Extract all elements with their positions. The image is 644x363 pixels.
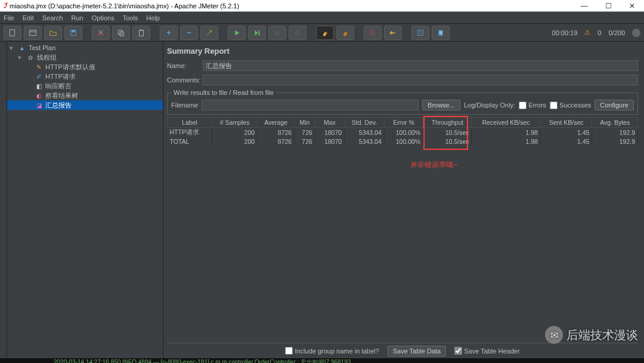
svg-point-16 — [370, 30, 374, 34]
col-header[interactable]: Throughput — [423, 118, 472, 128]
filename-label: Filename — [171, 101, 198, 109]
col-header[interactable]: Sent KB/sec — [540, 118, 592, 128]
cog-icon: ✿ — [26, 53, 35, 61]
menu-options[interactable]: Options — [92, 14, 114, 21]
logdisplay-label: Log/Display Only: — [464, 101, 515, 109]
titlebar: ℐ miaosha.jmx (D:\apache-jmeter-5.2.1\bi… — [0, 0, 644, 12]
minimize-button[interactable]: — — [572, 0, 596, 12]
new-button[interactable] — [4, 26, 21, 40]
col-header[interactable]: Received KB/sec — [472, 118, 540, 128]
test-plan-tree[interactable]: ▾▲Test Plan ▾✿线程组 ✎HTTP请求默认值 ✐HTTP请求 ◧响应… — [7, 42, 163, 358]
comments-input[interactable] — [203, 75, 638, 85]
toolbar: + − ? 00:00:19 ⚠ 0 0/200 — [0, 24, 644, 42]
tree-summary-report[interactable]: ◪汇总报告 — [7, 100, 163, 110]
clear-button[interactable] — [316, 26, 334, 40]
function-helper-button[interactable] — [411, 26, 429, 40]
clear-all-button[interactable] — [336, 26, 354, 40]
menu-search[interactable]: Search — [42, 14, 63, 21]
col-header[interactable]: # Samples — [212, 118, 258, 128]
console-output: 2020-03-14 14:27:16.850 INFO 4884 --- [o… — [0, 358, 644, 363]
maximize-button[interactable]: ☐ — [596, 0, 620, 12]
menu-help[interactable]: Help — [146, 14, 160, 21]
app-icon: ℐ — [4, 2, 7, 10]
include-group-checkbox[interactable]: Include group name in label? — [285, 347, 379, 355]
expand-button[interactable]: + — [160, 26, 178, 40]
menubar: File Edit Search Run Options Tools Help — [0, 12, 644, 24]
col-header[interactable]: Label — [168, 118, 212, 128]
paste-button[interactable] — [132, 26, 150, 40]
svg-line-17 — [374, 33, 376, 36]
stop-button[interactable] — [268, 26, 286, 40]
table-row[interactable]: HTTP请求2008726726180705343.04100.00%10.5/… — [168, 128, 638, 138]
col-header[interactable]: Average — [258, 118, 295, 128]
configure-button[interactable]: Configure — [595, 100, 634, 110]
reset-search-button[interactable] — [384, 26, 402, 40]
name-input[interactable] — [203, 60, 638, 71]
save-table-data-button[interactable]: Save Table Data — [388, 346, 447, 356]
open-button[interactable] — [44, 26, 62, 40]
cut-button[interactable] — [92, 26, 110, 40]
menu-edit[interactable]: Edit — [23, 14, 34, 21]
collapse-button[interactable]: − — [180, 26, 198, 40]
fieldset-legend: Write results to file / Read from file — [171, 89, 276, 96]
table-row[interactable]: TOTAL2008726726180705343.04100.00%10.5/s… — [168, 137, 638, 146]
templates-button[interactable] — [24, 26, 42, 40]
watermark: ✉ 后端技术漫谈 — [545, 326, 638, 344]
svg-rect-0 — [10, 29, 15, 36]
tree-test-plan[interactable]: ▾▲Test Plan — [7, 43, 163, 53]
wrench-icon: ✎ — [35, 63, 43, 71]
warning-count: 0 — [597, 29, 601, 36]
warning-icon[interactable]: ⚠ — [584, 29, 590, 36]
search-button[interactable] — [364, 26, 382, 40]
tree-http-request[interactable]: ✐HTTP请求 — [7, 72, 163, 81]
menu-file[interactable]: File — [4, 14, 14, 21]
pipette-icon: ✐ — [35, 72, 43, 81]
start-no-pause-button[interactable] — [248, 26, 266, 40]
col-header[interactable]: Avg. Bytes — [592, 118, 638, 128]
col-header[interactable]: Max — [315, 118, 345, 128]
tree-http-defaults[interactable]: ✎HTTP请求默认值 — [7, 62, 163, 72]
thread-count: 0/200 — [608, 29, 625, 36]
toggle-button[interactable] — [200, 26, 218, 40]
svg-rect-4 — [72, 30, 75, 32]
panel-title: Summary Report — [167, 47, 638, 56]
comments-label: Comments: — [167, 76, 203, 84]
svg-point-14 — [275, 30, 280, 35]
menu-tools[interactable]: Tools — [123, 14, 138, 21]
report-icon: ◪ — [35, 101, 43, 109]
tree-response-assert[interactable]: ◧响应断言 — [7, 81, 163, 91]
chart-icon: ◐ — [35, 91, 43, 100]
assert-icon: ◧ — [35, 82, 43, 90]
status-icon — [632, 29, 640, 37]
col-header[interactable]: Min — [295, 118, 315, 128]
svg-rect-18 — [418, 30, 423, 35]
col-header[interactable]: Error % — [384, 118, 423, 128]
errors-checkbox[interactable]: Errors — [519, 101, 546, 109]
name-label: Name: — [167, 62, 203, 69]
elapsed-time: 00:00:19 — [552, 29, 578, 36]
copy-button[interactable] — [112, 26, 130, 40]
successes-checkbox[interactable]: Successes — [550, 101, 591, 109]
close-button[interactable]: ✕ — [620, 0, 644, 12]
filename-input[interactable] — [202, 100, 419, 110]
tree-thread-group[interactable]: ▾✿线程组 — [7, 53, 163, 62]
col-header[interactable]: Std. Dev. — [345, 118, 385, 128]
help-button[interactable]: ? — [432, 26, 450, 40]
svg-rect-1 — [30, 30, 36, 35]
main-panel: Summary Report Name: Comments: Write res… — [163, 42, 644, 358]
save-header-checkbox[interactable]: Save Table Header — [454, 347, 519, 355]
left-gutter — [0, 42, 7, 358]
save-button[interactable] — [64, 26, 82, 40]
window-title: miaosha.jmx (D:\apache-jmeter-5.2.1\bin\… — [10, 2, 239, 10]
svg-rect-12 — [140, 29, 143, 30]
summary-table[interactable]: Label# SamplesAverageMinMaxStd. Dev.Erro… — [167, 117, 638, 146]
tree-result-tree[interactable]: ◐察看结果树 — [7, 91, 163, 100]
flask-icon: ▲ — [18, 44, 26, 52]
browse-button[interactable]: Browse... — [422, 100, 460, 110]
svg-point-15 — [295, 30, 301, 35]
menu-run[interactable]: Run — [72, 14, 83, 21]
file-fieldset: Write results to file / Read from file F… — [167, 89, 638, 115]
shutdown-button[interactable] — [289, 26, 306, 40]
wechat-icon: ✉ — [545, 326, 563, 344]
start-button[interactable] — [228, 26, 246, 40]
